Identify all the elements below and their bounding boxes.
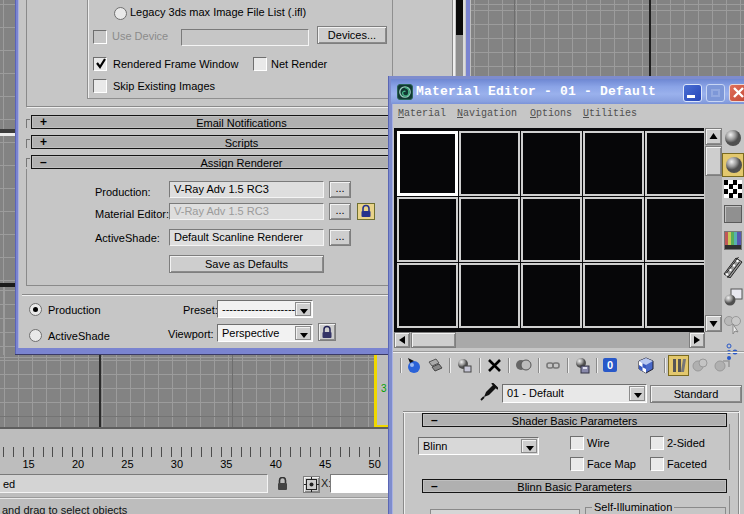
svg-text:0: 0 [607,359,613,371]
